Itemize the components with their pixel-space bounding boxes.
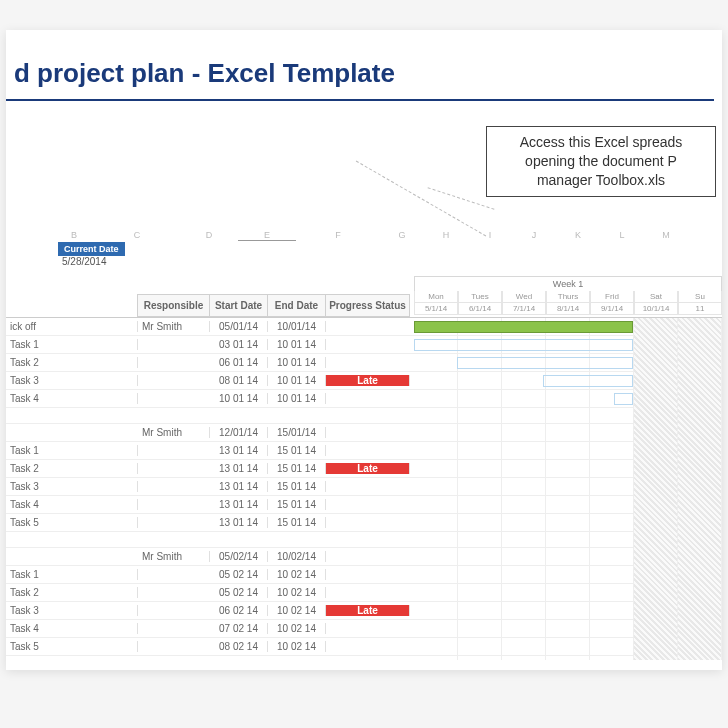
task-name-cell[interactable]: Task 2 bbox=[6, 587, 138, 598]
col-letter-selected[interactable]: E bbox=[238, 230, 296, 241]
callout-connector bbox=[428, 187, 495, 210]
col-letter: J bbox=[512, 230, 556, 241]
end-date-cell[interactable]: 10/01/14 bbox=[268, 321, 326, 332]
col-letter: L bbox=[600, 230, 644, 241]
callout-line-1: Access this Excel spreads bbox=[495, 133, 707, 152]
callout-line-3: manager Toolbox.xls bbox=[495, 171, 707, 190]
task-name-cell[interactable]: Task 1 bbox=[6, 569, 138, 580]
task-name-cell[interactable]: Task 5 bbox=[6, 517, 138, 528]
task-name-cell[interactable]: Task 4 bbox=[6, 499, 138, 510]
start-date-cell[interactable]: 13 01 14 bbox=[210, 517, 268, 528]
task-name-cell[interactable]: Task 3 bbox=[6, 375, 138, 386]
gantt-bar[interactable] bbox=[457, 357, 633, 369]
col-letter: G bbox=[380, 230, 424, 241]
end-date-cell[interactable]: 10 02 14 bbox=[268, 623, 326, 634]
end-date-cell[interactable]: 15 01 14 bbox=[268, 481, 326, 492]
end-date-cell[interactable]: 10/02/14 bbox=[268, 551, 326, 562]
col-letter: I bbox=[468, 230, 512, 241]
start-date-cell[interactable]: 12/01/14 bbox=[210, 427, 268, 438]
end-date-cell[interactable]: 10 01 14 bbox=[268, 393, 326, 404]
start-date-cell[interactable]: 08 02 14 bbox=[210, 641, 268, 652]
col-letter: F bbox=[296, 230, 380, 241]
start-date-cell[interactable]: 05/02/14 bbox=[210, 551, 268, 562]
end-date-cell[interactable]: 10 02 14 bbox=[268, 587, 326, 598]
status-cell[interactable]: Late bbox=[326, 463, 410, 474]
end-date-cell[interactable]: 15 01 14 bbox=[268, 517, 326, 528]
table-header-row: Responsible Start Date End Date Progress… bbox=[6, 294, 722, 318]
gantt-bar[interactable] bbox=[414, 339, 633, 351]
end-date-cell[interactable]: 10 02 14 bbox=[268, 569, 326, 580]
start-date-cell[interactable]: 06 02 14 bbox=[210, 605, 268, 616]
start-date-cell[interactable]: 13 01 14 bbox=[210, 481, 268, 492]
col-letter: C bbox=[94, 230, 180, 241]
responsible-cell[interactable]: Mr Smith bbox=[138, 427, 210, 438]
document-card: d project plan - Excel Template Access t… bbox=[6, 30, 722, 670]
title-underline bbox=[6, 99, 714, 101]
weekend-column bbox=[678, 318, 722, 660]
gantt-bar[interactable] bbox=[614, 393, 632, 405]
end-date-cell[interactable]: 15 01 14 bbox=[268, 445, 326, 456]
col-letter: H bbox=[424, 230, 468, 241]
task-name-cell[interactable]: Task 2 bbox=[6, 463, 138, 474]
task-name-cell[interactable]: ick off bbox=[6, 321, 138, 332]
task-name-cell[interactable]: Task 4 bbox=[6, 393, 138, 404]
start-date-cell[interactable]: 05 02 14 bbox=[210, 569, 268, 580]
task-name-cell[interactable]: Task 3 bbox=[6, 481, 138, 492]
end-date-cell[interactable]: 10 01 14 bbox=[268, 375, 326, 386]
gantt-bar[interactable] bbox=[543, 375, 632, 387]
task-name-cell[interactable]: Task 3 bbox=[6, 605, 138, 616]
end-date-cell[interactable]: 15/01/14 bbox=[268, 427, 326, 438]
start-date-cell[interactable]: 07 02 14 bbox=[210, 623, 268, 634]
end-date-cell[interactable]: 10 01 14 bbox=[268, 357, 326, 368]
status-cell[interactable]: Late bbox=[326, 375, 410, 386]
header-end-date[interactable]: End Date bbox=[268, 294, 326, 317]
callout-line-2: opening the document P bbox=[495, 152, 707, 171]
col-letter: K bbox=[556, 230, 600, 241]
current-date-value[interactable]: 5/28/2014 bbox=[62, 256, 107, 267]
column-letter-row: B C D E F G H I J K L M bbox=[6, 230, 722, 241]
start-date-cell[interactable]: 05 02 14 bbox=[210, 587, 268, 598]
end-date-cell[interactable]: 10 02 14 bbox=[268, 641, 326, 652]
responsible-cell[interactable]: Mr Smith bbox=[138, 551, 210, 562]
week-title: Week 1 bbox=[414, 276, 722, 291]
start-date-cell[interactable]: 08 01 14 bbox=[210, 375, 268, 386]
task-name-cell[interactable]: Task 5 bbox=[6, 641, 138, 652]
callout-box: Access this Excel spreads opening the do… bbox=[486, 126, 716, 197]
header-progress-status[interactable]: Progress Status bbox=[326, 294, 410, 317]
header-start-date[interactable]: Start Date bbox=[210, 294, 268, 317]
end-date-cell[interactable]: 10 02 14 bbox=[268, 605, 326, 616]
start-date-cell[interactable]: 05/01/14 bbox=[210, 321, 268, 332]
col-letter: D bbox=[180, 230, 238, 241]
end-date-cell[interactable]: 10 01 14 bbox=[268, 339, 326, 350]
start-date-cell[interactable]: 06 01 14 bbox=[210, 357, 268, 368]
col-letter: M bbox=[644, 230, 688, 241]
gantt-bar[interactable] bbox=[414, 321, 633, 333]
task-name-cell[interactable]: Task 4 bbox=[6, 623, 138, 634]
status-cell[interactable]: Late bbox=[326, 605, 410, 616]
responsible-cell[interactable]: Mr Smith bbox=[138, 321, 210, 332]
task-name-cell[interactable]: Task 1 bbox=[6, 445, 138, 456]
start-date-cell[interactable]: 10 01 14 bbox=[210, 393, 268, 404]
header-spacer bbox=[6, 294, 138, 317]
start-date-cell[interactable]: 13 01 14 bbox=[210, 463, 268, 474]
current-date-label: Current Date bbox=[58, 242, 125, 256]
end-date-cell[interactable]: 15 01 14 bbox=[268, 463, 326, 474]
task-name-cell[interactable]: Task 1 bbox=[6, 339, 138, 350]
end-date-cell[interactable]: 15 01 14 bbox=[268, 499, 326, 510]
gantt-chart-area[interactable] bbox=[414, 318, 722, 660]
start-date-cell[interactable]: 13 01 14 bbox=[210, 445, 268, 456]
header-responsible[interactable]: Responsible bbox=[138, 294, 210, 317]
weekend-column bbox=[634, 318, 678, 660]
spreadsheet-area[interactable]: B C D E F G H I J K L M Current Date 5/2… bbox=[6, 230, 722, 660]
start-date-cell[interactable]: 13 01 14 bbox=[210, 499, 268, 510]
start-date-cell[interactable]: 03 01 14 bbox=[210, 339, 268, 350]
task-name-cell[interactable]: Task 2 bbox=[6, 357, 138, 368]
callout-connector bbox=[356, 161, 486, 237]
col-letter: B bbox=[54, 230, 94, 241]
page-title: d project plan - Excel Template bbox=[6, 30, 722, 99]
